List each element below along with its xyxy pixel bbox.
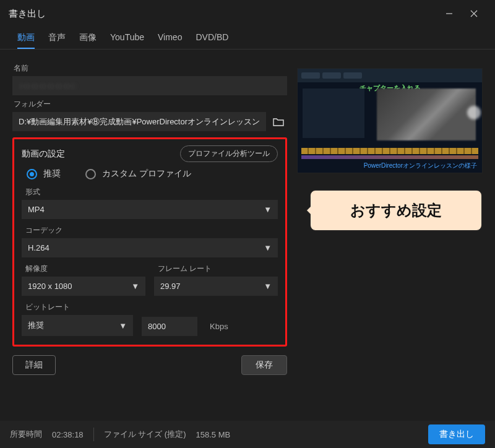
tab-youtube[interactable]: YouTube	[110, 32, 144, 49]
codec-select[interactable]: H.264 ▼	[22, 238, 278, 257]
close-icon	[470, 10, 478, 17]
filesize-value: 158.5 MB	[196, 430, 231, 439]
chevron-down-icon: ▼	[264, 205, 272, 214]
radio-custom[interactable]: カスタム プロファイル	[85, 168, 191, 179]
export-button[interactable]: 書き出し	[428, 424, 485, 444]
chevron-down-icon: ▼	[264, 282, 272, 291]
chevron-down-icon: ▼	[131, 282, 139, 291]
format-value: MP4	[28, 205, 264, 214]
filesize-label: ファイル サイズ (推定)	[104, 429, 186, 440]
bitrate-value-input[interactable]	[142, 317, 197, 336]
browse-folder-button[interactable]	[270, 113, 287, 131]
status-bar: 所要時間 02:38:18 ファイル サイズ (推定) 158.5 MB 書き出…	[0, 421, 495, 448]
format-label: 形式	[25, 187, 278, 197]
duration-value: 02:38:18	[52, 430, 84, 439]
framerate-value: 29.97	[160, 282, 264, 291]
bitrate-mode-value: 推奨	[28, 320, 119, 331]
tab-video[interactable]: 動画	[17, 32, 35, 49]
radio-recommended[interactable]: 推奨	[27, 168, 61, 179]
duration-label: 所要時間	[10, 429, 42, 440]
radio-dot-icon	[85, 169, 96, 179]
folder-icon	[273, 118, 284, 126]
tab-dvdbd[interactable]: DVD/BD	[196, 32, 228, 49]
profile-analysis-button[interactable]: プロファイル分析ツール	[180, 145, 278, 162]
save-button[interactable]: 保存	[241, 355, 287, 375]
resolution-select[interactable]: 1920 x 1080 ▼	[22, 277, 145, 296]
tab-vimeo[interactable]: Vimeo	[158, 32, 182, 49]
preview-thumbnail: チャプターを入れる PowerDirectorオンラインレッスンの様子	[297, 68, 483, 173]
format-select[interactable]: MP4 ▼	[22, 200, 278, 219]
radio-custom-label: カスタム プロファイル	[102, 168, 191, 179]
status-divider	[93, 428, 94, 441]
titlebar: 書き出し	[0, 0, 495, 27]
window-title: 書き出し	[9, 8, 46, 20]
tab-image[interactable]: 画像	[79, 32, 97, 49]
callout-recommended: おすすめ設定	[309, 189, 483, 231]
preview-caption: PowerDirectorオンラインレッスンの様子	[364, 162, 477, 170]
codec-value: H.264	[28, 243, 264, 252]
resolution-label: 解像度	[25, 264, 145, 274]
bitrate-unit: Kbps	[210, 322, 228, 336]
folder-input[interactable]	[12, 112, 266, 131]
close-button[interactable]	[462, 4, 486, 23]
codec-label: コーデック	[25, 225, 278, 236]
radio-dot-icon	[27, 169, 37, 179]
details-button[interactable]: 詳細	[12, 355, 56, 375]
export-tabs: 動画 音声 画像 YouTube Vimeo DVD/BD	[0, 27, 495, 50]
radio-recommended-label: 推奨	[43, 168, 61, 179]
chevron-down-icon: ▼	[119, 321, 127, 330]
folder-label: フォルダー	[14, 99, 287, 110]
minimize-icon	[446, 10, 453, 17]
settings-title: 動画の設定	[22, 149, 65, 160]
bitrate-mode-select[interactable]: 推奨 ▼	[22, 315, 133, 336]
resolution-value: 1920 x 1080	[28, 282, 131, 291]
name-label: 名前	[14, 63, 287, 74]
framerate-label: フレーム レート	[158, 264, 278, 274]
bitrate-label: ビットレート	[25, 302, 278, 312]
tab-audio[interactable]: 音声	[48, 32, 66, 49]
framerate-select[interactable]: 29.97 ▼	[154, 277, 278, 296]
name-input[interactable]	[12, 76, 287, 95]
minimize-button[interactable]	[437, 4, 462, 23]
video-settings-panel: 動画の設定 プロファイル分析ツール 推奨 カスタム プロファイル 形式 MP4 …	[12, 137, 287, 347]
chevron-down-icon: ▼	[264, 243, 272, 252]
